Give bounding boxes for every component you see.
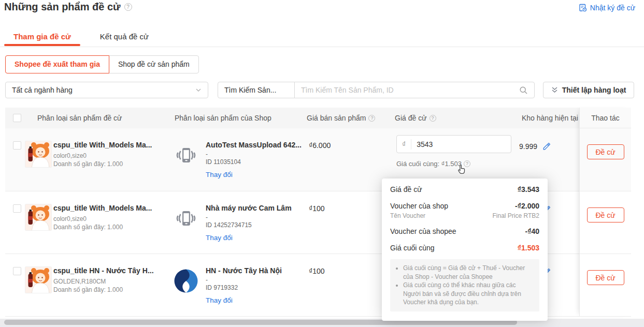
tooltip-row: Giá đề cử₫3.543 — [390, 184, 539, 195]
action-cell: Đề cử — [580, 128, 631, 191]
stock-value: 9.999 — [519, 142, 537, 151]
currency-prefix: ₫ — [397, 139, 411, 150]
change-product-link[interactable]: Thay đổi — [206, 234, 233, 242]
product-image — [25, 266, 52, 293]
page-title-help-icon[interactable]: ? — [124, 3, 132, 11]
nominate-button[interactable]: Đề cử — [587, 270, 624, 285]
segment-shop-nominated[interactable]: Shop đề cử sản phẩm — [109, 55, 199, 73]
tooltip-row: Giá cuối cùng₫1.503 — [390, 243, 539, 253]
shop-product-cell: AutoTest MassUpload 642... - ID 11035104… — [206, 141, 304, 179]
tooltip-note-box: Giá cuối cùng = Giá đề cử + Thuế - Vouch… — [390, 259, 539, 311]
log-document-icon — [579, 4, 587, 12]
shop-product-id: ID 14252734715 — [206, 221, 304, 229]
shop-product-title: HN - Nước Tây Hà Nội — [206, 266, 304, 275]
tab-tham-gia-de-cu[interactable]: Tham gia đề cử — [4, 28, 80, 46]
category-dropdown[interactable]: Tất cả ngành hàng — [5, 82, 208, 98]
product-price-value: ₫6.000 — [309, 141, 331, 150]
recent-sales: Doanh số gần đây: 1.000 — [53, 160, 162, 168]
tooltip-row: Voucher của shop-₫2.000 — [390, 201, 539, 211]
header-nominate-price: Giá đề cử? — [395, 108, 436, 128]
change-product-link[interactable]: Thay đổi — [206, 296, 233, 304]
horizontal-scrollbar-track[interactable] — [0, 319, 644, 326]
recent-sales: Doanh số gần đây: 1.000 — [53, 223, 162, 231]
action-cell: Đề cử — [580, 191, 631, 254]
segment-shopee-suggested[interactable]: Shopee đề xuất tham gia — [5, 55, 109, 73]
row-checkbox[interactable] — [13, 204, 21, 213]
nominee-product-title: cspu_title With_Models Ma... — [53, 204, 162, 212]
search-type-select[interactable]: Tìm Kiếm Sản... — [218, 82, 295, 98]
nominee-product-title: cspu_title HN - Nước Tây H... — [53, 266, 162, 275]
tab-ket-qua-de-cu[interactable]: Kết quả đề cử — [91, 28, 158, 46]
page-title: Những sản phẩm đề cử ? — [4, 1, 132, 13]
tooltip-note: Giá cuối cùng có thể khác nhau giữa các … — [403, 281, 534, 307]
nominee-product-cell: cspu_title With_Models Ma... color0,size… — [53, 141, 162, 168]
final-price-label: Giá cuối cùng: ₫1.503 — [396, 160, 462, 168]
search-icon[interactable] — [519, 86, 528, 95]
product-price-value: ₫100 — [309, 267, 325, 275]
nominee-variant: color0,size0 — [53, 215, 162, 223]
nominate-price-input[interactable] — [411, 140, 484, 148]
tooltip-note: Giá cuối cùng = Giá đề cử + Thuế - Vouch… — [403, 264, 534, 281]
double-chevron-down-icon — [551, 86, 558, 94]
select-all-checkbox[interactable] — [13, 114, 21, 122]
tooltip-row: Tên VoucherFinal Price RTB2 — [390, 212, 539, 220]
bulk-setup-label: Thiết lập hàng loạt — [562, 86, 626, 94]
header-stock: Kho hàng hiện tại — [522, 108, 578, 128]
nominate-button[interactable]: Đề cử — [587, 207, 624, 222]
final-price-tooltip: Giá đề cử₫3.543Voucher của shop-₫2.000Tê… — [382, 179, 548, 321]
tooltip-row: Voucher của shopee-₫40 — [390, 226, 539, 236]
change-product-link[interactable]: Thay đổi — [206, 171, 233, 179]
chevron-down-icon — [195, 87, 202, 93]
shop-product-title: AutoTest MassUpload 642... — [206, 141, 304, 149]
source-segmented-control: Shopee đề xuất tham gia Shop đề cử sản p… — [5, 55, 199, 73]
product-image — [25, 204, 52, 231]
shop-logo — [174, 269, 198, 293]
header-action: Thao tác — [580, 108, 631, 128]
final-price-help-icon[interactable]: ? — [464, 160, 470, 167]
nominee-product-cell: cspu_title HN - Nước Tây H... GOLDEN,R18… — [53, 266, 162, 294]
log-link-label: Nhật ký đề cử — [590, 4, 635, 12]
shop-product-id: ID 9719332 — [206, 284, 304, 292]
nominee-variant: color0,size0 — [53, 152, 162, 160]
shop-product-title: Nhà máy nước Cam Lâm — [206, 204, 304, 212]
product-price-value: ₫100 — [309, 204, 325, 213]
category-dropdown-value: Tất cả ngành hàng — [12, 86, 195, 94]
nominate-price-help-icon[interactable]: ? — [430, 115, 436, 122]
recent-sales: Doanh số gần đây: 1.000 — [53, 286, 162, 294]
page-title-text: Những sản phẩm đề cử — [4, 1, 121, 13]
shop-product-cell: Nhà máy nước Cam Lâm - ID 14252734715 Th… — [206, 204, 304, 242]
table-header: Phân loại sản phẩm đề cử Phân loại sản p… — [5, 108, 579, 128]
header-shop-product: Phân loại sản phẩm của Shop — [175, 108, 271, 128]
final-price-line: Giá cuối cùng: ₫1.503 ? — [396, 160, 523, 168]
shop-product-sub: - — [206, 151, 304, 158]
nominee-variant: GOLDEN,R180CM — [53, 277, 162, 286]
phone-icon — [175, 145, 197, 167]
action-column: Thao tác Đề cửĐề cửĐề cử — [579, 108, 631, 317]
nominate-price-cell: ₫ Giá cuối cùng: ₫1.503 ? — [396, 135, 523, 168]
shop-product-id: ID 11035104 — [206, 158, 304, 166]
action-cell: Đề cử — [580, 254, 631, 317]
shop-product-sub: - — [206, 276, 304, 284]
recommended-products-page: Những sản phẩm đề cử ? Nhật ký đề cử Tha… — [0, 0, 644, 327]
nominate-button[interactable]: Đề cử — [587, 144, 624, 159]
nominate-price-input-wrap: ₫ — [396, 135, 511, 153]
search-group: Tìm Kiếm Sản... — [218, 82, 535, 98]
row-checkbox[interactable] — [13, 267, 21, 275]
bulk-setup-button[interactable]: Thiết lập hàng loạt — [543, 82, 634, 98]
phone-icon — [175, 208, 197, 230]
product-price-help-icon[interactable]: ? — [368, 115, 375, 122]
product-image — [25, 141, 52, 168]
nomination-log-link[interactable]: Nhật ký đề cử — [579, 4, 635, 12]
edit-stock-icon[interactable] — [542, 142, 551, 151]
header-product-price: Giá bán sản phẩm? — [307, 108, 375, 128]
nominee-product-title: cspu_title With_Models Ma... — [53, 141, 162, 149]
header-nominee-product: Phân loại sản phẩm đề cử — [37, 108, 122, 128]
nominee-product-cell: cspu_title With_Models Ma... color0,size… — [53, 204, 162, 231]
tab-bar: Tham gia đề cử Kết quả đề cử — [0, 28, 644, 47]
shop-product-cell: HN - Nước Tây Hà Nội - ID 9719332 Thay đ… — [206, 266, 304, 304]
product-search-input[interactable] — [295, 86, 534, 94]
row-checkbox[interactable] — [13, 141, 21, 150]
shop-product-sub: - — [206, 214, 304, 221]
